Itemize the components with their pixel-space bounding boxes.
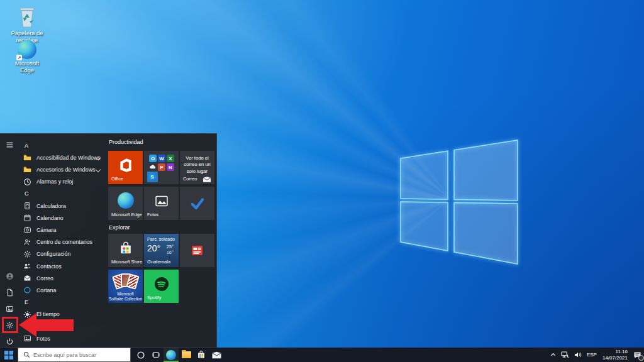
office-app-icon: N	[167, 163, 174, 171]
tile-label: Microsoft Store	[111, 260, 142, 265]
feedback-icon	[23, 238, 31, 246]
tile-group-title: Explorar	[109, 224, 130, 231]
app-label: Contactos	[36, 263, 62, 270]
app-list-item-contactos[interactable]: Contactos	[20, 260, 107, 272]
weather-condition: Parc. soleado	[147, 236, 175, 242]
tile-el-tiempo[interactable]: Parc. soleado 20° 25° 16° Guatemala	[144, 234, 179, 267]
people-icon	[23, 262, 31, 271]
search-icon	[23, 351, 30, 358]
clock-icon	[23, 177, 31, 186]
taskbar-button-task-view[interactable]	[148, 348, 164, 362]
app-list-item-alarmas-y-reloj[interactable]: Alarmas y reloj	[20, 176, 107, 188]
document-icon	[6, 288, 14, 299]
language-indicator[interactable]: ESP	[584, 348, 599, 362]
taskbar-search-box[interactable]	[18, 348, 131, 362]
section-letter: A	[25, 143, 28, 149]
desktop-icon-recycle-bin[interactable]: Papelera de reciclaje	[8, 5, 47, 44]
tray-chevron-up-icon[interactable]	[548, 348, 558, 362]
taskbar-apps	[133, 348, 224, 362]
tile-office[interactable]: Office	[108, 151, 143, 184]
app-list-item-calculadora[interactable]: Calculadora	[20, 200, 107, 212]
app-label: Correo	[36, 275, 53, 282]
tile-noticias[interactable]	[180, 234, 214, 267]
office-app-icon: X	[167, 155, 174, 162]
app-list-section-E[interactable]: E	[20, 297, 107, 309]
app-list-item-centro-de-comentarios[interactable]: Centro de comentarios	[20, 236, 107, 248]
app-list-section-C[interactable]: C	[20, 188, 107, 200]
app-label: Calendario	[36, 215, 64, 221]
action-center-icon[interactable]	[631, 348, 644, 362]
skype-icon: S	[148, 173, 156, 180]
app-list-item-calendario[interactable]: Calendario	[20, 212, 107, 224]
check-icon	[180, 187, 214, 220]
tile-correo[interactable]: Ver todo elcorreo en unsolo lugar Correo	[180, 151, 214, 184]
mail-icon	[23, 274, 31, 283]
app-label: Accesibilidad de Windows	[36, 155, 101, 161]
app-list-item-accesorios-de-windows[interactable]: Accesorios de Windows	[20, 163, 107, 175]
taskbar-clock[interactable]: 11:16 14/07/2021	[599, 349, 631, 361]
search-input[interactable]	[33, 352, 109, 358]
store-icon	[197, 350, 206, 359]
app-list-item-c-mara[interactable]: Cámara	[20, 224, 107, 236]
store-icon	[108, 234, 143, 262]
taskbar-button-cortana[interactable]	[133, 348, 148, 362]
edge-icon	[166, 350, 176, 360]
camera-icon	[23, 226, 31, 234]
tile-label: Fotos	[147, 212, 158, 218]
tile-office-apps[interactable]: OWXPN S	[144, 151, 179, 184]
app-list-section-A[interactable]: A	[20, 140, 107, 151]
tile-group-title: Productividad	[109, 139, 143, 145]
photos-icon	[144, 187, 179, 215]
rail-button-expand[interactable]	[4, 140, 15, 151]
tile-to-do[interactable]	[180, 187, 214, 220]
taskbar-button-store[interactable]	[194, 348, 209, 362]
onedrive-icon	[149, 163, 157, 171]
recycle-bin-icon	[17, 5, 37, 29]
tile-microsoft-edge[interactable]: Microsoft Edge	[108, 187, 143, 220]
tile-microsoft-store[interactable]: Microsoft Store	[108, 234, 143, 267]
spotify-icon	[144, 270, 179, 298]
avatar-icon	[6, 272, 14, 283]
taskbar: ESP 11:16 14/07/2021	[0, 348, 644, 362]
taskbar-button-edge[interactable]	[164, 348, 179, 362]
tile-promo-text: Ver todo elcorreo en unsolo lugar	[180, 155, 214, 175]
volume-icon[interactable]	[572, 348, 584, 362]
tray-time: 11:16	[602, 349, 628, 355]
cortana-icon	[23, 286, 31, 295]
tile-label: Guatemala	[147, 259, 170, 265]
app-list-item-accesibilidad-de-windows[interactable]: Accesibilidad de Windows	[20, 151, 107, 163]
taskbar-button-mail[interactable]	[209, 348, 224, 362]
windows-flag-icon	[4, 351, 13, 359]
app-label: Cortana	[36, 287, 56, 293]
app-label: El tiempo	[36, 311, 60, 317]
network-icon[interactable]	[558, 348, 572, 362]
office-icon	[108, 151, 143, 179]
rail-button-documents[interactable]	[4, 288, 15, 299]
shortcut-arrow-icon: ↗	[16, 55, 22, 60]
rail-button-user[interactable]	[4, 272, 15, 283]
task-view-icon	[152, 351, 160, 359]
mail-icon	[203, 177, 211, 182]
office-app-icon: W	[158, 155, 165, 162]
rail-button-pictures[interactable]	[4, 304, 15, 315]
desktop-icon-label: Microsoft Edge	[8, 60, 47, 74]
section-letter: C	[25, 190, 29, 197]
folder-icon	[23, 165, 31, 174]
tile-label: Microsoft Solitaire Collection	[108, 292, 143, 302]
app-list-item-cortana[interactable]: Cortana	[20, 284, 107, 296]
tile-fotos[interactable]: Fotos	[144, 187, 179, 220]
mail-icon	[212, 351, 221, 359]
calculator-icon	[23, 202, 31, 211]
app-list-item-correo[interactable]: Correo	[20, 272, 107, 284]
tile-label: Spotify	[147, 295, 161, 301]
start-button[interactable]	[0, 348, 18, 362]
tile-spotify[interactable]: Spotify	[144, 270, 179, 303]
rail-button-power[interactable]	[4, 337, 15, 348]
taskbar-button-file-explorer[interactable]	[179, 348, 194, 362]
office-app-icon: O	[149, 155, 157, 162]
app-list-item-configuraci-n[interactable]: Configuración	[20, 248, 107, 260]
desktop-icon-microsoft-edge[interactable]: ↗ Microsoft Edge	[8, 40, 47, 74]
gear-icon	[23, 250, 31, 258]
tile-solitaire[interactable]: Microsoft Solitaire Collection	[108, 270, 143, 303]
weather-high: 25°	[167, 244, 174, 250]
